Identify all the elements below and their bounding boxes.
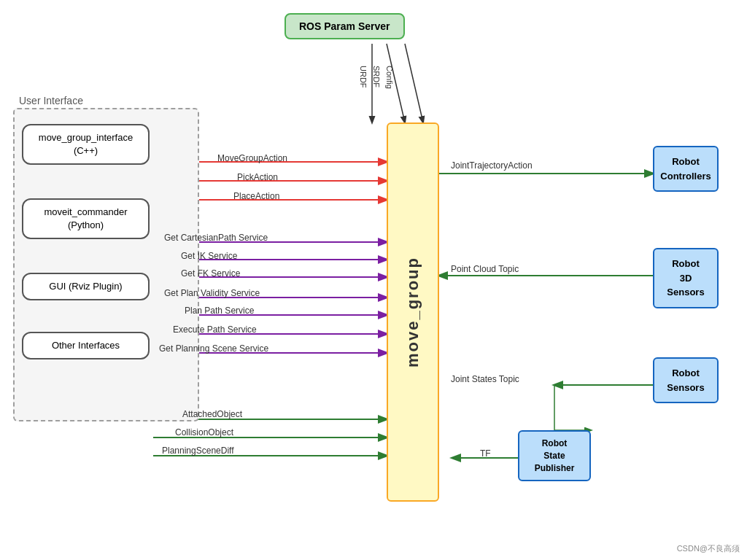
move-group-label: move_group [403, 257, 422, 368]
robot-sensors-box: RobotSensors [653, 357, 719, 403]
label-pick-action: PickAction [237, 172, 278, 182]
robot-controllers-box: RobotControllers [653, 146, 719, 192]
srdf-label: SRDF [372, 66, 381, 89]
diagram: ROS Param Server URDF SRDF Config User I… [0, 0, 747, 560]
param-labels: URDF SRDF Config [359, 66, 394, 89]
moveit-commander-label: moveit_commander(Python) [44, 206, 127, 230]
move-group-box: move_group [387, 122, 439, 502]
label-get-fk: Get FK Service [181, 268, 240, 279]
label-plan-validity: Get Plan Validity Service [164, 288, 260, 298]
label-joint-trajectory-action: JointTrajectoryAction [451, 160, 533, 171]
label-get-ik: Get IK Service [181, 251, 237, 261]
robot-state-publisher-label: RobotStatePublisher [535, 438, 575, 473]
label-collision-object: CollisionObject [175, 427, 233, 438]
label-move-group-action: MoveGroupAction [217, 153, 287, 163]
robot-state-publisher-box: RobotStatePublisher [518, 430, 591, 481]
watermark-text: CSDN@不良高须 [677, 544, 740, 553]
robot-3d-sensors-box: Robot3D Sensors [653, 248, 719, 308]
robot-sensors-label: RobotSensors [667, 368, 704, 393]
gui-label: GUI (Rviz Plugin) [49, 281, 122, 292]
moveit-commander-box: moveit_commander(Python) [22, 198, 150, 239]
label-planning-scene-diff: PlanningSceneDiff [162, 446, 234, 456]
move-group-interface-box: move_group_interface(C++) [22, 124, 150, 165]
user-interface-label: User Interface [19, 95, 83, 106]
other-interfaces-label: Other Interfaces [52, 340, 120, 351]
label-place-action: PlaceAction [233, 191, 279, 201]
ros-param-server-box: ROS Param Server [285, 13, 405, 39]
ros-param-server-label: ROS Param Server [299, 20, 390, 32]
urdf-label: URDF [359, 66, 368, 89]
move-group-interface-label: move_group_interface(C++) [39, 132, 133, 156]
watermark: CSDN@不良高须 [677, 543, 740, 554]
robot-controllers-label: RobotControllers [660, 156, 711, 182]
label-joint-states-topic: Joint States Topic [451, 374, 519, 384]
other-interfaces-box: Other Interfaces [22, 332, 150, 359]
label-plan-path: Plan Path Service [185, 306, 254, 316]
svg-line-2 [405, 44, 423, 122]
label-tf: TF [480, 448, 491, 459]
label-execute-path: Execute Path Service [173, 324, 257, 335]
label-point-cloud-topic: Point Cloud Topic [451, 264, 519, 274]
gui-box: GUI (Rviz Plugin) [22, 273, 150, 300]
label-get-planning-scene: Get Planning Scene Service [159, 343, 268, 354]
label-cartesian-path: Get CartesianPath Service [164, 233, 268, 243]
robot-3d-sensors-label: Robot3D Sensors [667, 258, 704, 298]
label-attached-object: AttachedObject [182, 409, 242, 419]
config-label: Config [385, 66, 394, 89]
